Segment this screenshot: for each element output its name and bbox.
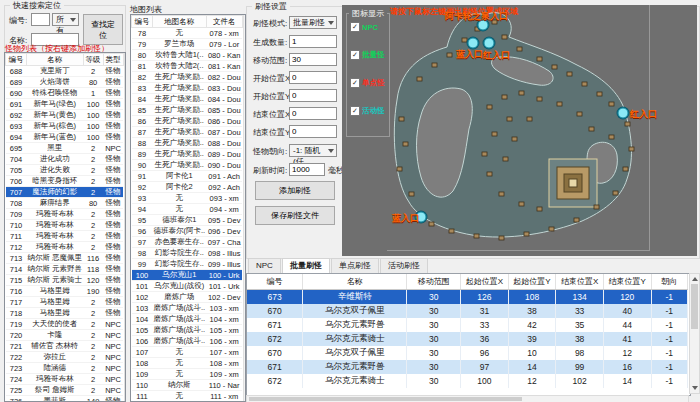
refresh-time-input[interactable]	[289, 163, 325, 176]
table-row[interactable]: 78无078 - xm	[132, 28, 243, 39]
table-row[interactable]: 691新年马(绿色)100怪物	[6, 99, 124, 110]
table-row[interactable]: 90生死广场奖励..090 - Dou	[132, 160, 243, 171]
checkbox-icon[interactable]: ✓	[350, 50, 360, 60]
table-row[interactable]: 673辛维斯特30126108134120-1	[247, 290, 688, 305]
table-row[interactable]: 671乌尔克元素野兽3097149916-1	[247, 360, 688, 374]
column-header[interactable]: 移动范围	[407, 274, 461, 290]
tab-NPC[interactable]: NPC	[248, 258, 281, 273]
tab-单点刷怪[interactable]: 单点刷怪	[331, 258, 379, 273]
table-row[interactable]: 85生死广场奖励..085 - Dou	[132, 105, 243, 116]
table-row[interactable]: 694新年马(蓝色)100怪物	[6, 132, 124, 143]
save-spawn-file-button[interactable]: 保存刷怪文件	[255, 206, 335, 225]
table-row[interactable]: 96德班泰尔(阿卡..096 - Dev	[132, 226, 243, 237]
table-row[interactable]: 711玛雅哥布林2怪物	[6, 231, 124, 242]
column-header[interactable]: 起始位置X	[461, 274, 509, 290]
icon-filter-批量怪[interactable]: ✓批量怪	[350, 50, 385, 60]
table-row[interactable]: 89生死广场奖励..089 - Dou	[132, 149, 243, 160]
startx-input[interactable]	[289, 71, 337, 84]
column-header[interactable]: 文件名	[206, 16, 242, 28]
column-header[interactable]: 等级	[83, 54, 103, 66]
table-row[interactable]: 670乌尔克双子佩里3096109812-1	[247, 346, 688, 360]
direction-dropdown[interactable]: -1: 随机(任	[289, 144, 337, 157]
table-row[interactable]: 83生死广场奖励..083 - Dou	[132, 83, 243, 94]
table-row[interactable]: 671乌尔克元素野兽3033423544-1	[247, 318, 688, 332]
table-row[interactable]: 79罗兰市场079 - Lor	[132, 39, 243, 50]
entrance-marker-icon[interactable]	[618, 108, 629, 119]
table-row[interactable]: 91阿卡伦1091 - Ach	[132, 171, 243, 182]
table-row[interactable]: 689火焰薄饼80怪物	[6, 77, 124, 88]
icon-filter-单点怪[interactable]: ✓单点怪	[350, 78, 385, 88]
table-row[interactable]: 719大天使的使者2NPC	[6, 319, 124, 330]
table-row[interactable]: 672乌尔克元素骑士3036393841-1	[247, 332, 688, 346]
starty-input[interactable]	[289, 89, 337, 102]
table-row[interactable]: 111无111 - xm	[132, 391, 243, 402]
table-row[interactable]: 712玛雅哥布林2怪物	[6, 242, 124, 253]
scroll-thumb[interactable]	[691, 284, 698, 329]
spawn-mode-dropdown[interactable]: 批量刷怪	[289, 16, 337, 29]
table-row[interactable]: 709玛雅哥布林2怪物	[6, 209, 124, 220]
table-row[interactable]: 86生死广场奖励..086 - Dou	[132, 116, 243, 127]
spawn-grid-vscrollbar[interactable]	[689, 273, 700, 394]
table-row[interactable]: 707魔法师的幻影2怪物	[6, 187, 124, 198]
column-header[interactable]: 名称	[27, 54, 84, 66]
table-row[interactable]: 101乌尔克山(战役)101 - Urk	[132, 281, 243, 292]
checkbox-icon[interactable]: ✓	[350, 22, 360, 32]
table-row[interactable]: 672乌尔克元素骑士301001210214-1	[247, 374, 688, 388]
table-row[interactable]: 692新年马(黄色)100怪物	[6, 110, 124, 121]
filter-dropdown[interactable]: 所有	[52, 13, 79, 26]
table-row[interactable]: 718马格里姆2怪物	[6, 308, 124, 319]
table-row[interactable]: 81坎特鲁大陆2(..081 - Kan	[132, 61, 243, 72]
column-header[interactable]: 起始位置Y	[508, 274, 556, 290]
table-row[interactable]: 706暗黑变身指环2怪物	[6, 176, 124, 187]
column-header[interactable]: 结束位置X	[556, 274, 604, 290]
column-header[interactable]: 地图名称	[153, 16, 207, 28]
table-row[interactable]: 98幻影寺院生存..098 - Illus	[132, 248, 243, 259]
table-row[interactable]: 93无093 - xm	[132, 193, 243, 204]
table-row[interactable]: 726墨菲斯149怪物	[6, 396, 124, 402]
qty-input[interactable]	[289, 35, 337, 48]
search-locate-button[interactable]: 查找定位	[83, 14, 123, 45]
monster-list-scrollbar[interactable]	[124, 53, 126, 401]
icon-filter-NPC[interactable]: ✓NPC	[350, 22, 378, 32]
table-row[interactable]: 704进化成功2怪物	[6, 154, 124, 165]
table-row[interactable]: 693新年马(棕色)100怪物	[6, 121, 124, 132]
table-row[interactable]: 88生死广场奖励..088 - Dou	[132, 138, 243, 149]
column-header[interactable]: 类型	[103, 54, 123, 66]
checkbox-icon[interactable]: ✓	[350, 106, 360, 116]
table-row[interactable]: 717马格里姆2怪物	[6, 297, 124, 308]
table-row[interactable]: 108无108 - xm	[132, 358, 243, 369]
table-row[interactable]: 688克里斯丁2怪物	[6, 66, 124, 77]
table-row[interactable]: 670乌尔克双子佩里3031383340-1	[247, 304, 688, 318]
tab-批量刷怪[interactable]: 批量刷怪	[282, 258, 330, 274]
table-row[interactable]: 105磨炼广场(战斗..105 - xm	[132, 325, 243, 336]
table-row[interactable]: 721辅佐官 杰林特2NPC	[6, 341, 124, 352]
entrance-marker-icon[interactable]	[468, 38, 479, 49]
scroll-thumb[interactable]	[249, 397, 522, 401]
table-row[interactable]: 109无109 - xm	[132, 369, 243, 380]
table-row[interactable]: 708麻痹结界80怪物	[6, 198, 124, 209]
scroll-down-icon[interactable]	[692, 386, 698, 390]
table-row[interactable]: 725祭司 詹姆斯2NPC	[6, 385, 124, 396]
table-row[interactable]: 80坎特鲁大陆1(..080 - Kan	[132, 50, 243, 61]
table-row[interactable]: 716马格里姆190怪物	[6, 286, 124, 297]
table-row[interactable]: 99幻影寺院生存..099 - Illus	[132, 259, 243, 270]
column-header[interactable]: 结束位置Y	[603, 274, 651, 290]
column-header[interactable]: 朝向	[651, 274, 687, 290]
endy-input[interactable]	[289, 125, 337, 138]
add-spawn-button[interactable]: 添加刷怪	[255, 181, 335, 200]
table-row[interactable]: 103磨炼广场(战斗..103 - xm	[132, 303, 243, 314]
table-row[interactable]: 722弥拉丘2NPC	[6, 352, 124, 363]
column-header[interactable]: 编号	[6, 54, 27, 66]
table-row[interactable]: 82生死广场奖励..082 - Dou	[132, 72, 243, 83]
scroll-up-icon[interactable]	[692, 277, 698, 281]
entrance-marker-icon[interactable]	[484, 38, 495, 49]
spawn-grid-hscrollbar[interactable]	[246, 395, 689, 402]
table-row[interactable]: 720卡隆2NPC	[6, 330, 124, 341]
table-row[interactable]: 97赤色要塞生存..097 - Cha	[132, 237, 243, 248]
column-header[interactable]: 名称	[303, 274, 407, 290]
table-row[interactable]: 710玛雅哥布林2怪物	[6, 220, 124, 231]
table-row[interactable]: 713纳尔斯 恶魔佩里116怪物	[6, 253, 124, 264]
column-header[interactable]: 编号	[132, 16, 153, 28]
table-row[interactable]: 705进化失败2怪物	[6, 165, 124, 176]
table-row[interactable]: 100乌尔克山1100 - Urk	[132, 270, 243, 281]
